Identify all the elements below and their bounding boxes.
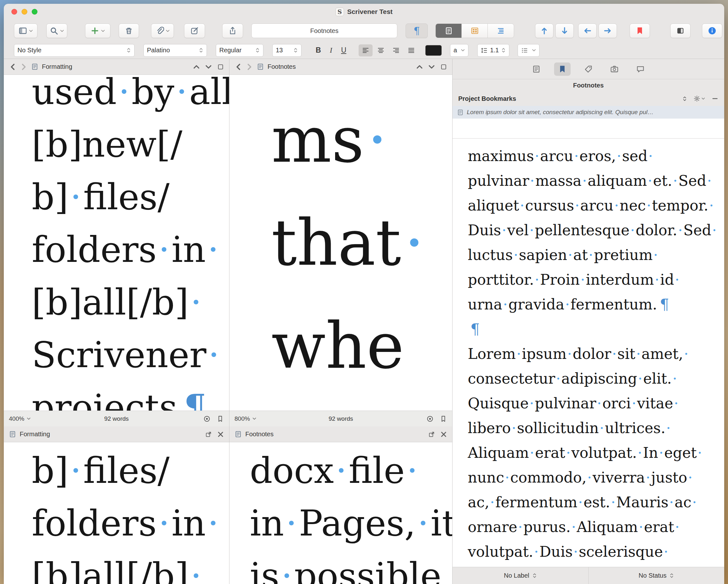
font-weight-select[interactable]: Regular [216,44,263,57]
outline-view-segment[interactable] [488,24,514,38]
text-color-well[interactable] [425,45,442,56]
open-external-icon[interactable] [205,431,212,438]
close-icon[interactable] [217,431,224,438]
tab-metadata[interactable] [580,62,597,76]
next-document-icon[interactable] [205,63,212,71]
gear-icon [694,95,700,102]
search-button[interactable] [46,24,67,38]
align-center-button[interactable] [374,45,388,56]
quick-reference-button[interactable] [670,24,691,38]
arrow-up-icon [540,26,549,35]
chevron-down-icon [101,29,105,33]
bookmarks-scope-select-icon[interactable] [682,96,687,102]
middle-editor-text[interactable]: ms·that·whe [230,75,452,411]
compose-icon [190,26,199,35]
document-view-segment[interactable] [436,24,462,38]
tab-snapshots[interactable] [606,62,623,76]
attach-button[interactable] [151,24,174,38]
traffic-lights [11,9,37,15]
history-forward-icon[interactable] [20,63,28,71]
align-left-button[interactable] [359,45,372,56]
trash-icon [124,26,133,35]
zoom-window-button[interactable] [32,9,37,15]
font-size-select[interactable]: 13 [272,44,302,57]
arrow-left-icon [583,26,592,35]
bookmark-button[interactable] [630,24,650,38]
history-back-icon[interactable] [235,63,242,71]
move-up-button[interactable] [535,24,553,38]
bookmark-list-empty-area[interactable] [452,118,724,138]
show-invisibles-button[interactable]: ¶ [406,24,428,38]
move-down-button[interactable] [555,24,574,38]
align-left-icon [362,47,369,54]
font-family-select[interactable]: Palatino [144,44,207,57]
chevron-down-icon [532,48,536,52]
style-value: No Style [18,47,42,54]
updown-arrows-icon [199,47,203,53]
italic-button[interactable]: I [326,46,336,55]
open-external-icon[interactable] [428,431,435,438]
zoom-select[interactable]: 800% [235,415,256,422]
zoom-select[interactable]: 400% [9,415,31,422]
compose-button[interactable] [184,24,205,38]
trash-button[interactable] [119,24,139,38]
inspector-toggle-button[interactable] [702,24,722,38]
bookmarks-action-menu[interactable] [694,95,705,102]
left-copyholder-text[interactable]: b]·files/folders·in·[b]all[/b]· [4,442,229,584]
editor-lines: docx·file·in·Pages,·it·is·possible [250,444,452,584]
highlight-button[interactable]: a [450,44,468,57]
tab-notes[interactable] [528,62,545,76]
list-button[interactable] [518,44,540,57]
quick-search-field[interactable]: Footnotes [251,24,397,38]
info-icon [708,26,717,35]
editor-title: Formatting [42,63,72,71]
bookmark-page-icon[interactable] [216,415,224,423]
align-justify-button[interactable] [404,45,418,56]
view-mode-segmented-control [435,24,514,38]
left-editor-text[interactable]: used·by·all·[b]new[/b]·files/folders·in·… [4,75,229,411]
outline-icon [496,26,505,35]
corkboard-view-segment[interactable] [462,24,488,38]
target-icon[interactable] [426,415,434,423]
previous-document-icon[interactable] [416,63,423,71]
expand-editor-icon[interactable] [440,63,447,71]
tab-bookmarks[interactable] [554,62,571,76]
previous-document-icon[interactable] [193,63,200,71]
add-item-button[interactable] [85,24,110,38]
close-icon[interactable] [440,431,447,438]
history-forward-icon[interactable] [245,63,253,71]
inspector-document-title: Footnotes [452,79,724,91]
remove-bookmark-icon[interactable] [711,95,719,102]
notepad-icon [532,65,541,74]
chevron-down-icon [166,29,170,33]
bookmark-list-item[interactable]: Lorem ipsum dolor sit amet, consectetur … [452,106,724,118]
expand-editor-icon[interactable] [217,63,224,71]
minimize-window-button[interactable] [22,9,27,15]
document-icon [235,430,242,438]
forward-button[interactable] [599,24,617,38]
view-mode-button[interactable] [14,24,37,38]
zoom-value: 800% [235,415,250,422]
status-select[interactable]: No Status [588,567,725,584]
next-document-icon[interactable] [428,63,435,71]
bookmark-preview-text[interactable]: maximus·arcu·eros,·sed·pulvinar·massa·al… [452,138,724,567]
line-spacing-select[interactable]: 1.1 [477,44,509,57]
share-button[interactable] [222,24,243,38]
plus-icon [90,26,99,35]
history-back-icon[interactable] [9,63,17,71]
label-select[interactable]: No Label [452,567,588,584]
middle-copyholder-text[interactable]: docx·file·in·Pages,·it·is·possible [230,442,452,584]
tab-comments[interactable] [632,62,649,76]
left-editor-column: Formatting used·by·all·[b]new[/b]·files/… [4,59,230,584]
back-button[interactable] [578,24,597,38]
bookmark-page-icon[interactable] [440,415,447,423]
close-window-button[interactable] [11,9,17,15]
updown-arrows-icon [255,47,260,53]
align-right-button[interactable] [389,45,403,56]
style-select[interactable]: No Style [14,44,134,57]
bookmark-item-text: Lorem ipsum dolor sit amet, consectetur … [467,109,653,116]
window-title: S Scrivener Test [335,8,393,16]
target-icon[interactable] [203,415,211,423]
underline-button[interactable]: U [338,46,349,55]
bold-button[interactable]: B [313,46,324,55]
